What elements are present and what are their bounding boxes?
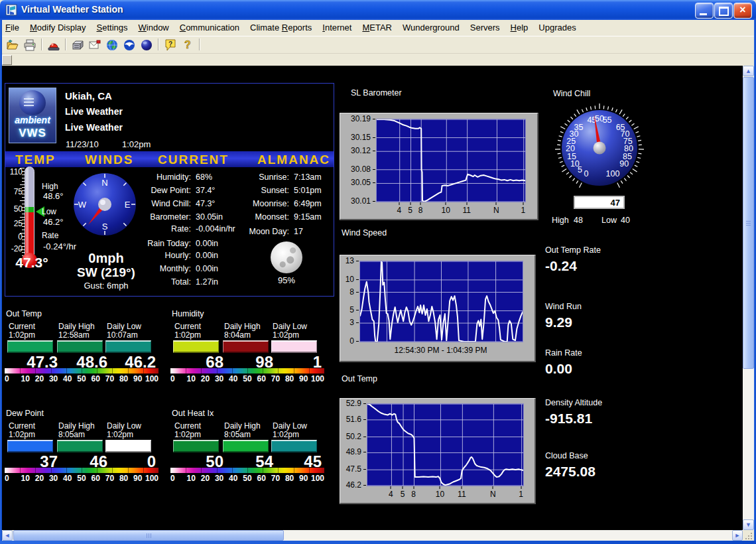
color-scale-label: 80 bbox=[119, 474, 128, 483]
bar-col-time: 1:02pm bbox=[174, 330, 201, 340]
help-icon[interactable]: ? bbox=[180, 37, 196, 53]
chart-plot bbox=[367, 403, 524, 486]
color-scale-label: 50 bbox=[77, 374, 86, 383]
scroll-left-button[interactable]: ◄ bbox=[2, 530, 13, 541]
globe-icon[interactable] bbox=[104, 37, 120, 53]
color-scale-label: 90 bbox=[299, 474, 308, 483]
color-scale-label: 80 bbox=[285, 374, 294, 383]
stat-label: Rain Rate bbox=[545, 348, 582, 358]
y-axis-label: 52.9 bbox=[342, 399, 361, 408]
y-axis-label: 50.2 bbox=[342, 432, 361, 441]
station-time: 1:02pm bbox=[122, 139, 151, 149]
chart-plot bbox=[359, 261, 523, 342]
menu-item-servers[interactable]: Servers bbox=[465, 20, 505, 34]
scroll-grip bbox=[746, 221, 751, 226]
color-scale-label: 70 bbox=[271, 374, 280, 383]
datalogger-icon[interactable] bbox=[70, 37, 86, 53]
temp-high-value: 48.6° bbox=[43, 191, 64, 201]
menu-item-settings[interactable]: Settings bbox=[92, 20, 133, 34]
maximize-button[interactable] bbox=[714, 3, 733, 19]
color-scale-label: 30 bbox=[215, 374, 223, 383]
color-scale-label: 80 bbox=[285, 474, 294, 483]
bar-col-time: 12:58am bbox=[58, 330, 90, 340]
color-scale-label: 100 bbox=[145, 374, 158, 383]
scroll-right-button[interactable]: ► bbox=[732, 530, 743, 541]
grip-dot bbox=[745, 538, 747, 539]
color-scale-label: 60 bbox=[257, 374, 266, 383]
horizontal-scroll-thumb[interactable] bbox=[13, 530, 284, 541]
menu-item-window[interactable]: Window bbox=[133, 20, 174, 34]
alarm-icon[interactable] bbox=[46, 37, 62, 53]
tab-temp[interactable]: TEMP bbox=[15, 153, 56, 167]
logo-product: VWS bbox=[9, 127, 56, 140]
thermo-scale-label: 110 bbox=[5, 167, 23, 176]
current-row-label: Humidity: bbox=[111, 172, 191, 182]
horizontal-scrollbar[interactable]: ◄ ► bbox=[2, 530, 743, 541]
toolbar-separator bbox=[199, 38, 200, 50]
printer-icon[interactable] bbox=[22, 37, 38, 53]
color-scale-label: 90 bbox=[299, 374, 308, 383]
color-scale-tick bbox=[66, 468, 67, 473]
x-axis-tick bbox=[462, 486, 462, 489]
color-scale-tick bbox=[201, 368, 202, 374]
noaa-icon[interactable] bbox=[121, 37, 137, 53]
menu-item-modify-display[interactable]: Modify Display bbox=[25, 20, 92, 34]
menu-item-metar[interactable]: METAR bbox=[357, 20, 397, 34]
sl-barometer-chart: 30.1930.1530.1230.0830.0530.014581011N1 bbox=[340, 113, 538, 220]
svg-text:W: W bbox=[78, 200, 87, 210]
svg-text:?: ? bbox=[168, 40, 172, 48]
y-axis-tick bbox=[363, 452, 366, 452]
client-area: ambient VWS Ukiah, CA Live Weather Live … bbox=[2, 66, 743, 530]
color-scale-label: 10 bbox=[187, 474, 196, 483]
internet-sphere-icon[interactable] bbox=[139, 37, 155, 53]
color-scale-label: 50 bbox=[243, 374, 251, 383]
window-border-left bbox=[0, 20, 2, 544]
tab-current[interactable]: CURRENT bbox=[158, 153, 229, 167]
current-row-label: Barometer: bbox=[111, 212, 191, 222]
current-row-value: 68% bbox=[196, 172, 212, 182]
menu-item-file[interactable]: File bbox=[0, 20, 25, 34]
value-bar bbox=[223, 340, 269, 353]
color-scale-tick bbox=[112, 468, 113, 473]
color-scale-label: 20 bbox=[35, 474, 44, 483]
close-button[interactable]: × bbox=[733, 3, 752, 19]
menu-item-wunderground[interactable]: Wunderground bbox=[397, 20, 465, 34]
temp-high-label: High bbox=[42, 182, 58, 191]
bar-col-label: Current bbox=[9, 322, 35, 331]
y-axis-tick bbox=[356, 279, 359, 280]
menu-item-communication[interactable]: Communication bbox=[174, 20, 245, 34]
color-scale-label: 0 bbox=[5, 474, 9, 483]
scroll-up-button[interactable]: ▲ bbox=[743, 66, 754, 76]
menu-item-upgrades[interactable]: Upgrades bbox=[533, 20, 581, 34]
menu-item-help[interactable]: Help bbox=[505, 20, 534, 34]
resize-grip[interactable] bbox=[743, 530, 754, 541]
vertical-scroll-thumb[interactable] bbox=[743, 77, 754, 369]
title-bar[interactable]: Virtual Weather Station × bbox=[0, 0, 756, 20]
svg-text:55: 55 bbox=[603, 115, 612, 125]
station-line2: Live Weather bbox=[65, 122, 123, 133]
y-axis-tick bbox=[363, 419, 366, 420]
minimized-child-window-button[interactable] bbox=[2, 55, 12, 65]
vertical-scrollbar[interactable]: ▲ ▼ bbox=[743, 66, 754, 530]
open-folder-icon[interactable] bbox=[5, 37, 21, 53]
minimize-button[interactable] bbox=[695, 3, 714, 19]
tab-winds[interactable]: WINDS bbox=[85, 153, 133, 167]
section-header-band: TEMP WINDS CURRENT ALMANAC bbox=[5, 151, 334, 167]
color-scale-tick bbox=[186, 468, 186, 473]
email-icon[interactable] bbox=[87, 37, 103, 53]
scroll-down-button[interactable]: ▼ bbox=[743, 519, 754, 530]
tab-almanac[interactable]: ALMANAC bbox=[257, 153, 330, 167]
thermo-scale-label: 25 bbox=[5, 219, 23, 228]
y-axis-tick bbox=[363, 485, 366, 486]
current-row-label: Dew Point: bbox=[111, 186, 191, 195]
bar-col-label: Current bbox=[174, 421, 201, 431]
scroll-grip bbox=[147, 533, 152, 538]
menu-item-climate-reports[interactable]: Climate Reports bbox=[245, 20, 317, 34]
context-help-icon[interactable]: ? bbox=[162, 37, 178, 53]
svg-text:35: 35 bbox=[574, 123, 583, 132]
svg-text:?: ? bbox=[184, 39, 191, 50]
stat-value: 9.29 bbox=[545, 314, 572, 330]
almanac-row-label: Moonset: bbox=[216, 212, 289, 222]
menu-item-internet[interactable]: Internet bbox=[317, 20, 357, 34]
current-row-value: 47.3° bbox=[196, 199, 215, 208]
